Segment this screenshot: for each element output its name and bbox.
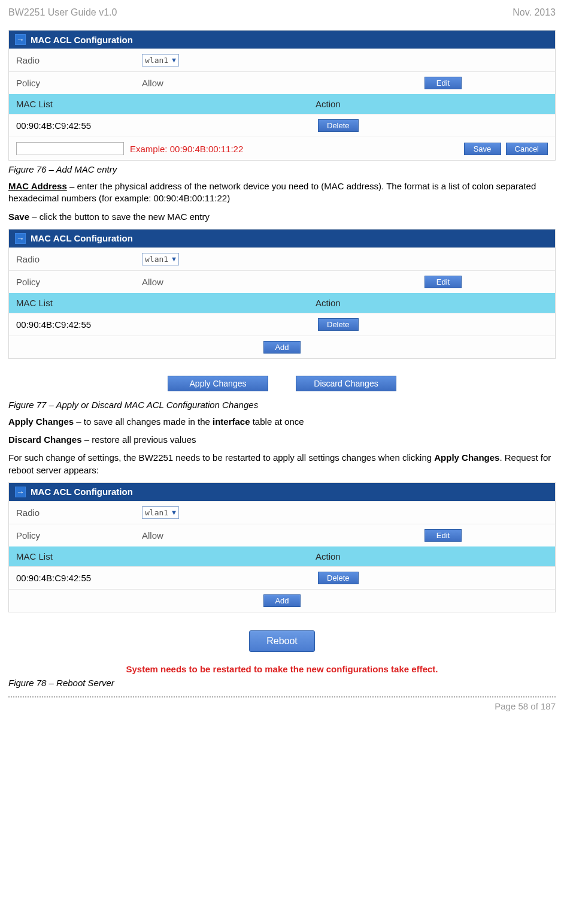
chevron-down-icon: ▼ xyxy=(172,255,176,263)
edit-button[interactable]: Edit xyxy=(424,276,462,288)
discard-desc: Discard Changes – restore all previous v… xyxy=(8,434,556,446)
panel-title: MAC ACL Configuration xyxy=(31,35,133,45)
save-desc: Save – click the button to save the new … xyxy=(8,211,556,223)
radio-label: Radio xyxy=(16,55,142,65)
mac-list-header: MAC List Action xyxy=(9,546,555,566)
edit-button[interactable]: Edit xyxy=(424,529,462,542)
add-button[interactable]: Add xyxy=(263,594,301,607)
panel-title: MAC ACL Configuration xyxy=(31,233,133,243)
mac-list-col: MAC List xyxy=(16,298,316,308)
radio-label: Radio xyxy=(16,508,142,518)
radio-select[interactable]: wlan1 ▼ xyxy=(142,506,179,519)
mac-entry: 00:90:4B:C9:42:55 xyxy=(16,319,316,330)
mac-acl-panel-3: → MAC ACL Configuration Radio wlan1 ▼ Po… xyxy=(8,482,556,612)
action-col: Action xyxy=(316,298,548,308)
arrow-right-icon: → xyxy=(15,487,26,497)
page-footer: Page 58 of 187 xyxy=(8,697,556,711)
policy-label: Policy xyxy=(16,78,142,88)
delete-button[interactable]: Delete xyxy=(318,318,359,331)
radio-select-value: wlan1 xyxy=(145,508,168,517)
discard-changes-button[interactable]: Discard Changes xyxy=(296,376,396,391)
mac-entry: 00:90:4B:C9:42:55 xyxy=(16,573,316,583)
radio-select[interactable]: wlan1 ▼ xyxy=(142,253,179,265)
cancel-button[interactable]: Cancel xyxy=(506,143,548,155)
delete-button[interactable]: Delete xyxy=(318,119,359,132)
policy-value: Allow xyxy=(142,277,163,287)
doc-date: Nov. 2013 xyxy=(513,7,556,18)
policy-value: Allow xyxy=(142,530,163,540)
panel-title: MAC ACL Configuration xyxy=(31,487,133,497)
system-restart-message: System needs to be restarted to make the… xyxy=(8,664,556,674)
mac-acl-panel-2: → MAC ACL Configuration Radio wlan1 ▼ Po… xyxy=(8,229,556,359)
mac-address-desc: MAC Address – enter the physical address… xyxy=(8,180,556,205)
figure-77-caption: Figure 77 – Apply or Discard MAC ACL Con… xyxy=(8,400,556,410)
mac-example-text: Example: 00:90:4B:00:11:22 xyxy=(130,144,243,154)
panel-header: → MAC ACL Configuration xyxy=(9,483,555,501)
delete-button[interactable]: Delete xyxy=(318,572,359,584)
mac-list-col: MAC List xyxy=(16,99,316,109)
reboot-button[interactable]: Reboot xyxy=(249,630,315,652)
mac-acl-panel-1: → MAC ACL Configuration Radio wlan1 ▼ Po… xyxy=(8,30,556,161)
arrow-right-icon: → xyxy=(15,233,26,244)
mac-list-col: MAC List xyxy=(16,551,316,561)
policy-label: Policy xyxy=(16,277,142,287)
edit-button[interactable]: Edit xyxy=(424,77,462,89)
save-button[interactable]: Save xyxy=(464,143,501,155)
apply-discard-row: Apply Changes Discard Changes xyxy=(8,369,556,396)
action-col: Action xyxy=(316,99,548,109)
radio-select[interactable]: wlan1 ▼ xyxy=(142,54,179,67)
figure-78-caption: Figure 78 – Reboot Server xyxy=(8,678,556,688)
chevron-down-icon: ▼ xyxy=(172,509,176,517)
policy-label: Policy xyxy=(16,530,142,540)
mac-list-header: MAC List Action xyxy=(9,94,555,114)
radio-label: Radio xyxy=(16,254,142,264)
action-col: Action xyxy=(316,551,548,561)
reboot-desc: For such change of settings, the BW2251 … xyxy=(8,452,556,476)
mac-input[interactable] xyxy=(16,142,124,155)
mac-entry: 00:90:4B:C9:42:55 xyxy=(16,120,316,131)
radio-select-value: wlan1 xyxy=(145,56,168,65)
add-button[interactable]: Add xyxy=(263,341,301,354)
panel-header: → MAC ACL Configuration xyxy=(9,230,555,247)
apply-desc: Apply Changes – to save all changes made… xyxy=(8,416,556,428)
panel-header: → MAC ACL Configuration xyxy=(9,31,555,49)
chevron-down-icon: ▼ xyxy=(172,56,176,64)
apply-changes-button[interactable]: Apply Changes xyxy=(168,376,268,391)
policy-value: Allow xyxy=(142,78,163,88)
mac-list-header: MAC List Action xyxy=(9,293,555,313)
figure-76-caption: Figure 76 – Add MAC entry xyxy=(8,164,556,174)
doc-title: BW2251 User Guide v1.0 xyxy=(8,7,117,18)
radio-select-value: wlan1 xyxy=(145,255,168,264)
arrow-right-icon: → xyxy=(15,34,26,45)
